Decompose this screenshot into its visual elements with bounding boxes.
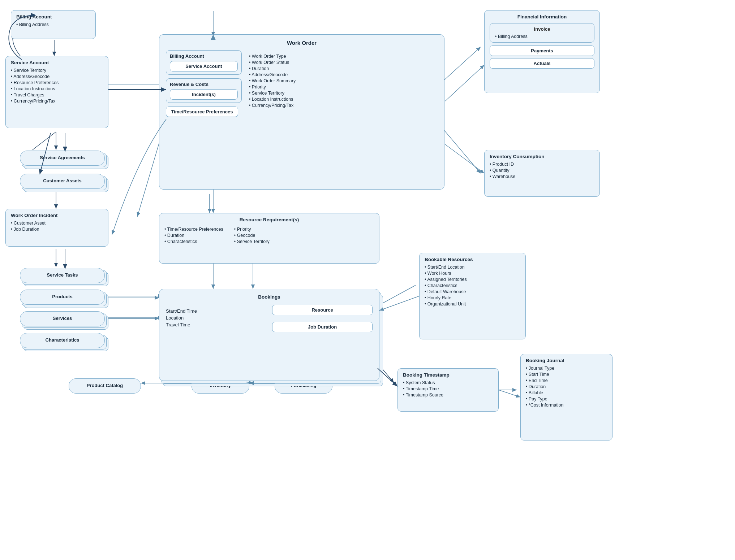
billing-account-top-box: Billing Account Billing Address [11, 10, 96, 39]
sa-b1: Service Territory [11, 67, 103, 73]
sa-b3: Resource Preferences [11, 79, 103, 86]
sa-b2: Address/Geocode [11, 73, 103, 79]
work-order-incident-box: Work Order Incident Customer Asset Job D… [5, 209, 108, 247]
rr-r1: Priority [234, 226, 270, 232]
booking-journal-box: Booking Journal Journal Type Start Time … [520, 354, 612, 440]
wo-b6: Priority [249, 84, 438, 90]
ic-b3: Warehouse [490, 173, 594, 179]
inventory-consumption-box: Inventory Consumption Product ID Quantit… [484, 150, 600, 197]
resource-inner-box: Resource [272, 305, 373, 315]
resource-requirements-box: Resource Requirement(s) Time/Resource Pr… [159, 213, 379, 264]
bookings-line2: Location [166, 315, 266, 321]
sa-b5: Travel Charges [11, 92, 103, 98]
billing-account-top-title: Billing Account [16, 14, 90, 19]
invoice-label: Invoice [495, 26, 589, 32]
billing-account-inner-box: Service Account [170, 61, 238, 71]
wo-b8: Location Instructions [249, 96, 438, 102]
diagram: Billing Account Billing Address Service … [0, 0, 735, 560]
wo-b9: Currency/Pricing/Tax [249, 102, 438, 108]
billing-account-top-bullets: Billing Address [16, 21, 90, 27]
rr-l2: Duration [164, 232, 223, 238]
invoice-b1: Billing Address [495, 33, 589, 39]
payments-inner-box: Payments [490, 45, 594, 56]
time-resource-inner-box: Time/Resource Preferences [166, 107, 238, 117]
work-order-bullets: Work Order Type Work Order Status Durati… [249, 53, 438, 108]
rr-l3: Characteristics [164, 238, 223, 244]
sa-b6: Currency/Pricing/Tax [11, 98, 103, 104]
woi-b2: Job Duration [11, 226, 103, 232]
customer-assets-pill: Customer Assets [20, 174, 105, 189]
products-pill: Products [20, 290, 105, 305]
bookings-title: Bookings [166, 294, 373, 300]
bt-b1: System Status [403, 379, 493, 386]
wo-b4: Address/Geocode [249, 71, 438, 78]
inventory-consumption-bullets: Product ID Quantity Warehouse [490, 161, 594, 179]
rr-bullets-right: Priority Geocode Service Territory [234, 226, 270, 244]
work-order-main-box: Work Order Billing Account Service Accou… [159, 34, 444, 190]
booking-timestamp-bullets: System Status Timestamp Time Timestamp S… [403, 379, 493, 398]
bj-b5: Billable [526, 390, 607, 396]
financial-information-title: Financial Information [490, 14, 594, 19]
rr-bullets-left: Time/Resource Preferences Duration Chara… [164, 226, 223, 244]
financial-information-box: Financial Information Invoice Billing Ad… [484, 10, 600, 93]
work-order-incident-bullets: Customer Asset Job Duration [11, 220, 103, 232]
job-duration-inner-box: Job Duration [272, 322, 373, 332]
service-tasks-pill: Service Tasks [20, 268, 105, 283]
bj-b6: Pay Type [526, 396, 607, 402]
svg-line-11 [441, 126, 481, 173]
work-order-incident-title: Work Order Incident [11, 213, 103, 218]
wo-b1: Work Order Type [249, 53, 438, 59]
bookings-box: Bookings Start/End Time Location Travel … [159, 289, 379, 381]
resource-requirements-title: Resource Requirement(s) [164, 217, 374, 222]
booking-timestamp-box: Booking Timestamp System Status Timestam… [397, 368, 499, 412]
woi-b1: Customer Asset [11, 220, 103, 226]
service-account-title: Service Account [11, 60, 103, 65]
svg-line-10 [441, 47, 481, 83]
wo-b7: Service Territory [249, 90, 438, 96]
wo-b2: Work Order Status [249, 59, 438, 65]
br-b3: Assigned Territories [425, 276, 520, 282]
invoice-bullets: Billing Address [495, 33, 589, 39]
br-b6: Hourly Rate [425, 295, 520, 301]
billing-account-top-bullet-0: Billing Address [16, 21, 90, 27]
bookable-resources-box: Bookable Resources Start/End Location Wo… [419, 253, 526, 339]
service-account-box: Service Account Service Territory Addres… [5, 56, 108, 128]
actuals-inner-box: Actuals [490, 58, 594, 69]
characteristics-pill: Characteristics [20, 333, 105, 348]
incidents-inner-box: Incident(s) [170, 89, 238, 100]
bj-b2: Start Time [526, 371, 607, 377]
wo-b5: Work Order Summary [249, 78, 438, 84]
work-order-main-title: Work Order [166, 40, 438, 46]
rr-r2: Geocode [234, 232, 270, 238]
bookable-resources-title: Bookable Resources [425, 257, 520, 262]
bj-b1: Journal Type [526, 365, 607, 371]
bt-b3: Timestamp Source [403, 392, 493, 398]
br-b7: Organizational Unit [425, 301, 520, 307]
bj-b7: *Cost Information [526, 402, 607, 408]
br-b4: Characteristics [425, 282, 520, 288]
rr-r3: Service Territory [234, 238, 270, 244]
bt-b2: Timestamp Time [403, 386, 493, 392]
service-agreements-pill: Service Agreements [20, 151, 105, 166]
bj-b4: Duration [526, 383, 607, 390]
br-b1: Start/End Location [425, 264, 520, 270]
wo-b3: Duration [249, 65, 438, 71]
booking-journal-title: Booking Journal [526, 358, 607, 363]
bookable-resources-bullets: Start/End Location Work Hours Assigned T… [425, 264, 520, 307]
ic-b2: Quantity [490, 167, 594, 173]
rr-l1: Time/Resource Preferences [164, 226, 223, 232]
inventory-consumption-title: Inventory Consumption [490, 154, 594, 159]
br-b2: Work Hours [425, 270, 520, 276]
ic-b1: Product ID [490, 161, 594, 167]
bookings-line1: Start/End Time [166, 308, 266, 314]
br-b5: Default Warehouse [425, 288, 520, 295]
booking-journal-bullets: Journal Type Start Time End Time Duratio… [526, 365, 607, 408]
bookings-line3: Travel Time [166, 322, 266, 327]
services-pill: Services [20, 311, 105, 326]
booking-timestamp-title: Booking Timestamp [403, 372, 493, 378]
product-catalog-pill: Product Catalog [69, 378, 141, 394]
bj-b3: End Time [526, 377, 607, 383]
sa-b4: Location Instructions [11, 86, 103, 92]
service-account-bullets: Service Territory Address/Geocode Resour… [11, 67, 103, 104]
